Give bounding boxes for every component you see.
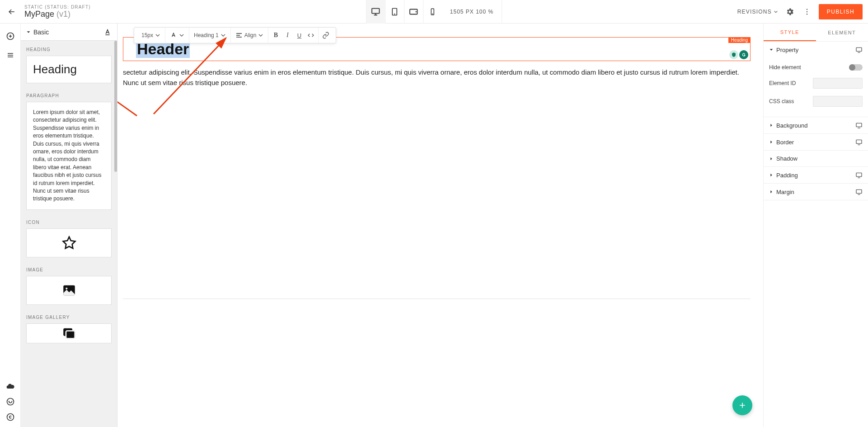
svg-point-14 [66,287,67,289]
section-title: Margin [776,189,794,195]
svg-rect-0 [372,8,380,13]
component-label: ICON [26,220,112,225]
svg-line-18 [117,90,137,116]
section-margin-header[interactable]: Margin [764,184,868,200]
device-switcher: 1505 PX 100 % [366,0,502,24]
add-element-rail-button[interactable] [5,31,16,42]
section-property-header[interactable]: Property [764,42,868,58]
bold-button[interactable]: B [271,32,280,39]
viewport-icon[interactable] [855,138,863,146]
paragraph-element[interactable]: sectetur adipiscing elit. Suspendisse va… [123,67,751,88]
tab-style[interactable]: STYLE [764,24,816,41]
selection-tag: Heading [728,37,751,43]
component-label: PARAGRAPH [26,93,112,98]
topbar-right: REVISIONS PUBLISH [737,4,863,19]
section-title: Shadow [776,155,798,162]
font-size-select[interactable]: 15px [140,32,162,38]
scrollbar-thumb[interactable] [114,41,117,172]
cloud-status-button[interactable] [5,381,16,392]
viewport-icon[interactable] [855,171,863,179]
copyright-icon [6,413,15,422]
section-margin: Margin [764,184,868,200]
components-panel-header[interactable]: Basic [21,24,117,41]
image-icon [61,283,77,298]
caret-down-icon [774,9,778,14]
caret-down-icon [26,30,31,34]
chevron-down-icon [155,33,160,38]
tab-element[interactable]: ELEMENT [816,24,868,41]
back-button[interactable] [5,5,18,18]
svg-rect-16 [66,331,75,338]
more-vert-icon [803,8,811,16]
text-color-select[interactable] [168,32,186,39]
code-button[interactable] [306,32,315,39]
topbar: STATIC (STATUS: DRAFT) MyPage (v1) 1505 … [0,0,868,24]
grammarly-badge-secondary[interactable] [729,50,738,59]
device-desktop-button[interactable] [366,0,385,24]
page-title: MyPage (v1) [24,9,91,19]
image-component[interactable] [26,276,112,305]
viewport-icon[interactable] [855,46,863,53]
rail-bottom-icons [5,381,16,422]
section-border-header[interactable]: Border [764,134,868,150]
side-panel-scrollbar[interactable] [114,41,117,427]
viewport-icon[interactable] [855,188,863,195]
component-group-image: IMAGE [21,261,117,308]
layers-rail-button[interactable] [5,50,16,61]
viewport-icon[interactable] [855,122,863,129]
paragraph-sample-text: Lorem ipsum dolor sit amet, consectetur … [33,109,105,203]
left-rail [0,24,21,427]
image-gallery-icon [61,326,77,341]
phone-icon [428,8,436,16]
label-element-id: Element ID [769,80,796,86]
device-phone-button[interactable] [423,0,442,24]
svg-rect-23 [856,190,862,193]
underline-button[interactable]: U [295,32,304,39]
svg-rect-19 [856,47,862,51]
image-gallery-component[interactable] [26,323,112,343]
row-hide-element: Hide element [769,61,863,74]
section-shadow-header[interactable]: Shadow [764,151,868,166]
heading-level-select[interactable]: Heading 1 [192,32,228,38]
component-label: HEADING [26,47,112,52]
section-background-header[interactable]: Background [764,117,868,133]
revisions-dropdown[interactable]: REVISIONS [737,9,778,15]
canvas-zoom-info[interactable]: 1505 PX 100 % [442,0,502,24]
row-element-id: Element ID [769,74,863,92]
copyright-rail-button[interactable] [5,412,16,422]
caret-down-icon [769,47,774,52]
link-button[interactable] [321,32,330,39]
css-class-input[interactable] [813,96,863,107]
component-label: IMAGE [26,267,112,272]
grammarly-badge-primary[interactable] [739,50,748,59]
gear-icon [785,7,794,16]
settings-button[interactable] [784,6,795,17]
shield-icon [731,52,737,57]
icon-component[interactable] [26,228,112,257]
text-color-icon[interactable] [103,28,112,36]
font-color-icon [170,32,177,39]
history-rail-button[interactable] [5,396,16,407]
svg-rect-21 [856,140,862,143]
italic-button[interactable]: I [283,32,292,39]
label-hide-element: Hide element [769,64,801,71]
element-id-input[interactable] [813,78,863,89]
text-align-select[interactable]: Align [234,32,266,39]
device-tablet-landscape-button[interactable] [404,0,423,24]
paragraph-component[interactable]: Lorem ipsum dolor sit amet, consectetur … [26,102,112,210]
heading-component[interactable]: Heading [26,56,112,83]
page-name: MyPage [24,9,54,19]
component-label: IMAGE GALLERY [26,315,112,320]
add-fab-button[interactable] [732,395,752,415]
page-version: (v1) [56,9,70,19]
section-padding-header[interactable]: Padding [764,167,868,183]
section-title: Property [776,47,798,53]
align-label: Align [244,32,257,38]
canvas[interactable]: 15px Heading 1 Align [117,24,763,427]
component-group-paragraph: PARAGRAPH Lorem ipsum dolor sit amet, co… [21,87,117,214]
main-layout: Basic HEADING Heading PARAGRAPH Lorem ip… [0,24,868,427]
publish-button[interactable]: PUBLISH [819,4,863,19]
more-menu-button[interactable] [802,6,812,17]
device-tablet-portrait-button[interactable] [385,0,404,24]
hide-element-toggle[interactable] [849,64,863,71]
